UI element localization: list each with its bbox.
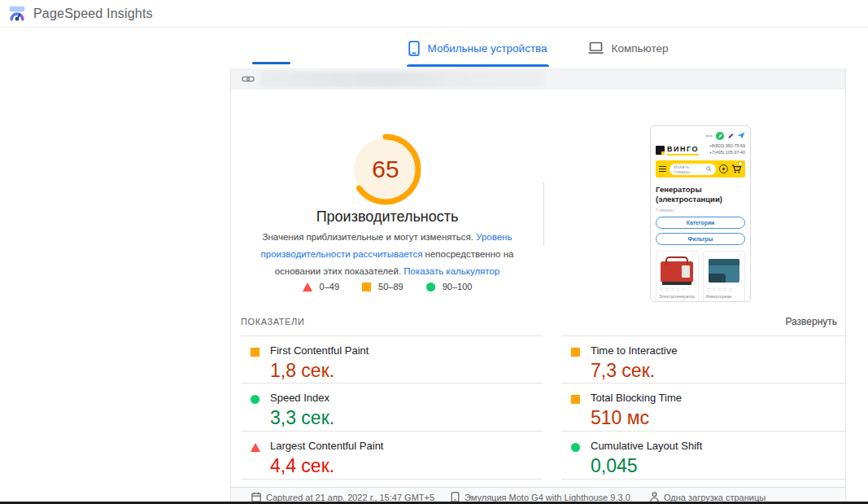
preview-breadcrumb: Главная / [656,208,745,213]
capture-time-text: Captured at 21 апр. 2022 г., 15:47 GMT+5 [266,493,434,502]
disclaimer-text: Значения приблизительные и могут изменят… [263,232,477,242]
good-circle-icon [251,395,260,404]
average-square-icon [362,283,371,291]
product-card: ♡ ☆☆☆☆☆ Инверторная станция HYUNDAI… [703,251,746,302]
tab-mobile[interactable]: Мобильные устройства [407,28,549,68]
metrics-heading: ПОКАЗАТЕЛИ [241,317,304,327]
favorite-heart-icon: ♡ [737,253,742,259]
legend-poor: 0–49 [303,282,339,291]
red-generator-image [661,261,693,283]
preview-phone-1: +8(800) 350-75-69 [709,143,745,150]
compare-icon [719,164,728,173]
metric-label: Total Blocking Time [591,392,847,404]
poor-triangle-icon [303,283,312,291]
tab-mobile-label: Мобильные устройства [428,42,547,55]
score-legend: 0–49 50–89 90–100 [231,282,543,291]
app-header: PageSpeed Insights [0,0,868,28]
vingo-brand: ВИНГО [667,145,699,156]
expand-button[interactable]: Развернуть [785,316,837,327]
metric-label: Time to Interactive [591,344,847,357]
tab-desktop[interactable]: Компьютер [587,28,670,68]
emulation-text: Эмуляция Moto G4 with Lighthouse 9.3.0 [465,493,630,502]
good-circle-icon [426,283,435,291]
tab-desktop-label: Компьютер [612,42,669,55]
preview-products: ♡ ☆☆☆☆☆ Электрогенератор инверторный Fon… [656,251,745,302]
device-tab-bar: Мобильные устройства Компьютер [230,28,846,68]
vingo-logo-icon [656,146,665,155]
phone-icon [408,41,420,56]
metrics-column-right: Time to Interactive 7,3 сек. Total Block… [561,335,847,480]
metrics-column-left: First Contentful Paint 1,8 сек. Speed In… [241,335,543,480]
metric-label: First Contentful Paint [270,344,543,357]
metric-label: Cumulative Layout Shift [591,440,847,452]
preview-search-input: Искать товары [670,164,716,175]
report-card: 65 Производительность Значения приблизит… [230,68,846,504]
performance-score-value: 65 [348,132,423,207]
good-circle-icon [571,443,580,452]
rating-stars: ☆☆☆☆☆ [706,287,743,293]
average-square-icon [571,348,580,357]
site-preview-thumbnail[interactable]: ВИНГО +8(800) 350-75-69 +7(495) 105-97-4… [650,125,751,302]
legend-average: 50–89 [362,282,403,291]
score-disclaimer: Значения приблизительные и могут изменят… [249,229,526,280]
metric-value: 510 мс [591,407,847,429]
preview-phones: +8(800) 350-75-69 +7(495) 105-97-40 [709,143,745,156]
favorite-heart-icon: ♡ [690,253,695,259]
product-name: Электрогенератор инверторный Fon… [659,294,696,302]
performance-heading: Производительность [231,208,543,226]
metric-row-speed-index: Speed Index 3,3 сек. [241,383,543,432]
metric-value: 1,8 сек. [270,360,543,382]
phone-call-icon [727,133,734,139]
calculator-link[interactable]: Показать калькулятор [403,266,499,276]
link-icon [242,74,255,84]
search-icon [706,166,712,172]
metric-row-tbt: Total Blocking Time 510 мс [561,383,847,432]
preview-header: ВИНГО +8(800) 350-75-69 +7(495) 105-97-4… [656,141,745,159]
legend-good-range: 90–100 [443,282,473,291]
metric-row-fcp: First Contentful Paint 1,8 сек. [241,335,543,383]
preview-search-placeholder: Искать товары [674,164,706,174]
metric-row-lcp: Largest Contentful Paint 4,4 сек. [241,432,543,480]
metric-label: Speed Index [270,392,543,404]
telegram-icon [737,132,745,139]
legend-poor-range: 0–49 [320,282,339,291]
cart-badge [738,161,743,166]
pagespeed-logo-icon [8,5,26,23]
whatsapp-icon [716,132,724,140]
average-square-icon [251,348,260,357]
cart-icon [731,164,742,174]
page-load-text: Одна загрузка страницы [664,493,765,502]
menu-dash-icon [705,135,713,137]
metric-value: 3,3 сек. [270,407,543,429]
metric-value: 0,045 [591,455,847,477]
page-title: PageSpeed Insights [33,7,153,21]
rating-stars: ☆☆☆☆☆ [659,287,696,293]
product-card: ♡ ☆☆☆☆☆ Электрогенератор инверторный Fon… [656,251,699,302]
legend-average-range: 50–89 [378,282,403,291]
metric-value: 4,4 сек. [270,455,543,477]
preview-topbar [656,130,745,141]
url-bar [231,68,845,90]
preview-page-heading: Генераторы (электростанции) [656,185,745,205]
performance-score-gauge[interactable]: 65 [348,132,423,207]
metric-value: 7,3 сек. [591,360,847,382]
average-square-icon [571,395,580,404]
poor-triangle-icon [251,443,260,452]
metric-row-cls: Cumulative Layout Shift 0,045 [561,432,847,480]
product-name: Инверторная станция HYUNDAI… [706,294,743,302]
legend-good: 90–100 [426,282,473,291]
url-tab-indicator [252,62,290,64]
vertical-divider [543,182,544,246]
preview-categories-button: Категории [656,217,745,229]
preview-phone-2: +7(495) 105-97-40 [709,150,745,156]
metric-label: Largest Contentful Paint [270,440,543,452]
preview-searchbar: Искать товары [656,160,745,177]
preview-filters-button: Фильтры [656,233,745,245]
desktop-icon [588,42,604,55]
teal-generator-image [709,259,739,283]
metrics-header: ПОКАЗАТЕЛИ Развернуть [241,316,837,327]
hamburger-icon [659,166,666,173]
analyzed-url-redacted[interactable] [260,72,544,87]
metric-row-tti: Time to Interactive 7,3 сек. [561,335,847,383]
